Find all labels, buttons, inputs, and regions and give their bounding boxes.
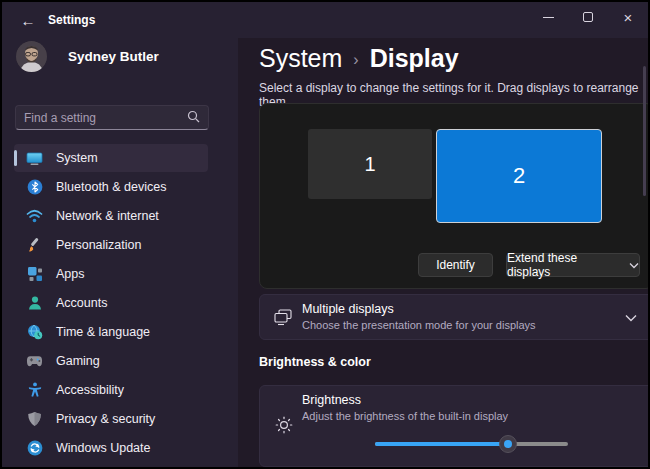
- minimize-button[interactable]: [528, 2, 568, 32]
- search-icon: [187, 109, 200, 127]
- back-button[interactable]: ←: [14, 9, 42, 31]
- scrollbar[interactable]: [643, 66, 646, 196]
- sidebar-item-label: Accounts: [56, 296, 107, 310]
- chevron-down-icon: [629, 262, 639, 269]
- back-arrow-icon: ←: [21, 12, 36, 29]
- windows-update-icon: [26, 440, 43, 457]
- display-2[interactable]: 2: [436, 129, 602, 223]
- bluetooth-icon: [26, 179, 43, 196]
- brightness-subtitle: Adjust the brightness of the built-in di…: [302, 410, 508, 422]
- sidebar-item-time-language[interactable]: Time & language: [14, 318, 208, 346]
- sidebar-item-system[interactable]: System: [14, 144, 208, 172]
- multiple-displays-subtitle: Choose the presentation mode for your di…: [302, 319, 536, 331]
- multiple-displays-icon: [273, 307, 293, 327]
- search-placeholder: Find a setting: [24, 111, 187, 125]
- sidebar-item-label: Gaming: [56, 354, 100, 368]
- identify-button[interactable]: Identify: [418, 253, 493, 277]
- slider-thumb[interactable]: [499, 435, 517, 453]
- brightness-slider[interactable]: [375, 438, 568, 450]
- extend-displays-dropdown[interactable]: Extend these displays: [506, 253, 640, 277]
- sidebar-nav: SystemBluetooth & devicesNetwork & inter…: [7, 144, 233, 463]
- display-1[interactable]: 1: [308, 129, 432, 199]
- minimize-icon: [543, 17, 554, 18]
- display-2-number: 2: [513, 163, 525, 189]
- sidebar-item-privacy-security[interactable]: Privacy & security: [14, 405, 208, 433]
- avatar: [16, 41, 47, 72]
- sidebar-item-label: Bluetooth & devices: [56, 180, 167, 194]
- breadcrumb-system[interactable]: System: [259, 44, 342, 73]
- sidebar-item-gaming[interactable]: Gaming: [14, 347, 208, 375]
- sidebar-item-personalization[interactable]: Personalization: [14, 231, 208, 259]
- sidebar-item-accessibility[interactable]: Accessibility: [14, 376, 208, 404]
- accounts-icon: [26, 295, 43, 312]
- chevron-down-icon[interactable]: [625, 308, 637, 326]
- display-1-number: 1: [364, 153, 375, 176]
- selected-indicator: [14, 150, 17, 166]
- breadcrumb: System › Display: [259, 44, 459, 73]
- window-title: Settings: [48, 13, 95, 27]
- window-controls: ×: [528, 2, 648, 34]
- time-language-icon: [26, 324, 43, 341]
- sidebar-item-apps[interactable]: Apps: [14, 260, 208, 288]
- privacy-icon: [26, 411, 43, 428]
- sidebar-item-label: Windows Update: [56, 441, 151, 455]
- main-content: System › Display Select a display to cha…: [238, 38, 648, 467]
- personalization-icon: [26, 237, 43, 254]
- breadcrumb-separator: ›: [353, 51, 358, 69]
- settings-window: ← Settings × Sydney Butler: [0, 0, 650, 469]
- sidebar-item-label: Privacy & security: [56, 412, 155, 426]
- sidebar: Sydney Butler Find a setting SystemBluet…: [2, 38, 238, 467]
- accessibility-icon: [26, 382, 43, 399]
- sidebar-item-accounts[interactable]: Accounts: [14, 289, 208, 317]
- sidebar-item-label: System: [56, 151, 98, 165]
- section-header: Brightness & color: [259, 355, 371, 369]
- close-button[interactable]: ×: [608, 2, 648, 32]
- system-icon: [26, 150, 43, 167]
- brightness-title: Brightness: [302, 393, 508, 407]
- sidebar-item-windows-update[interactable]: Windows Update: [14, 434, 208, 462]
- sidebar-item-label: Network & internet: [56, 209, 159, 223]
- sidebar-item-label: Time & language: [56, 325, 150, 339]
- multiple-displays-row[interactable]: Multiple displays Choose the presentatio…: [259, 294, 650, 340]
- user-profile[interactable]: Sydney Butler: [16, 41, 159, 72]
- sidebar-item-network-internet[interactable]: Network & internet: [14, 202, 208, 230]
- brightness-row: Brightness Adjust the brightness of the …: [259, 385, 650, 467]
- display-arrangement-panel: 1 2 Identify Extend these displays: [259, 103, 650, 289]
- maximize-icon: [583, 12, 593, 22]
- sidebar-item-label: Personalization: [56, 238, 141, 252]
- gaming-icon: [26, 353, 43, 370]
- slider-fill: [375, 442, 508, 446]
- sidebar-item-label: Accessibility: [56, 383, 124, 397]
- close-icon: ×: [624, 10, 633, 25]
- multiple-displays-title: Multiple displays: [302, 302, 536, 316]
- sidebar-item-bluetooth-devices[interactable]: Bluetooth & devices: [14, 173, 208, 201]
- sidebar-item-label: Apps: [56, 267, 85, 281]
- page-title: Display: [370, 44, 459, 73]
- maximize-button[interactable]: [568, 2, 608, 32]
- brightness-icon: [274, 415, 294, 435]
- titlebar: ← Settings ×: [2, 2, 648, 38]
- search-input[interactable]: Find a setting: [15, 105, 209, 130]
- apps-icon: [26, 266, 43, 283]
- user-name: Sydney Butler: [68, 49, 159, 64]
- network-icon: [26, 208, 43, 225]
